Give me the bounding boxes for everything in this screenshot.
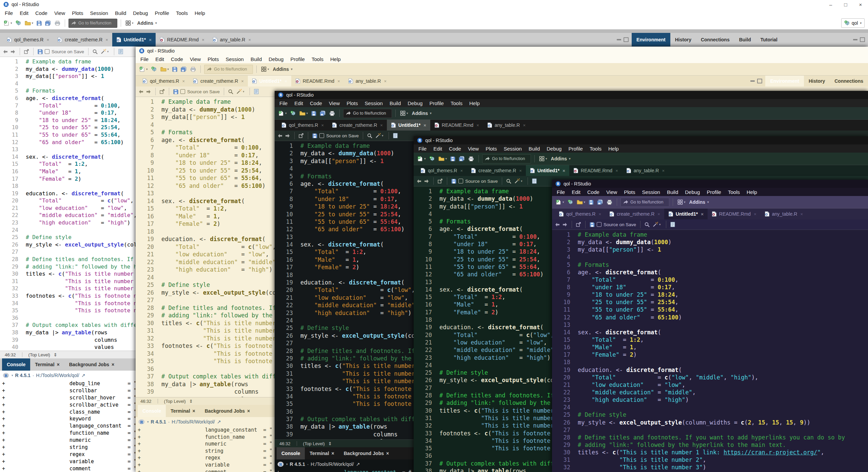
save-button[interactable] bbox=[36, 19, 43, 27]
forward-icon[interactable] bbox=[146, 90, 151, 94]
maximize-pane-icon[interactable] bbox=[624, 37, 629, 42]
close-icon[interactable]: × bbox=[248, 37, 251, 42]
save-all-button[interactable] bbox=[44, 19, 52, 27]
save-icon[interactable] bbox=[312, 133, 317, 138]
search-icon[interactable] bbox=[228, 89, 233, 94]
menu-code[interactable]: Code bbox=[584, 189, 603, 195]
open-file-button[interactable]: ▾ bbox=[24, 19, 35, 27]
close-icon[interactable]: × bbox=[598, 212, 601, 217]
new-file-button[interactable]: ▾ bbox=[416, 154, 427, 163]
close-icon[interactable]: × bbox=[519, 168, 522, 173]
menu-view[interactable]: View bbox=[186, 56, 204, 62]
console-tab-terminal[interactable]: Terminal× bbox=[30, 358, 64, 371]
console-tab-terminal[interactable]: Terminal× bbox=[305, 447, 339, 459]
back-icon[interactable] bbox=[138, 90, 144, 94]
pane-tab-history[interactable]: History bbox=[670, 33, 696, 46]
menu-view[interactable]: View bbox=[603, 189, 620, 195]
menu-file[interactable]: File bbox=[415, 146, 430, 152]
menu-profile[interactable]: Profile bbox=[565, 146, 586, 152]
goto-file-function-box[interactable]: Go to file/function bbox=[482, 154, 531, 163]
goto-file-function-box[interactable]: Go to file/function bbox=[343, 109, 392, 118]
new-project-button[interactable] bbox=[150, 65, 158, 74]
console-tab-console[interactable]: Console bbox=[138, 405, 166, 417]
menu-build[interactable]: Build bbox=[664, 189, 682, 195]
pane-tab-build[interactable]: Build bbox=[734, 33, 756, 46]
source-on-save-checkbox[interactable] bbox=[319, 133, 324, 138]
close-icon[interactable]: × bbox=[105, 37, 108, 42]
close-icon[interactable]: × bbox=[800, 212, 803, 217]
compile-notebook-icon[interactable] bbox=[254, 89, 259, 94]
menu-debug[interactable]: Debug bbox=[682, 189, 703, 195]
minimize-pane-icon[interactable] bbox=[617, 39, 621, 40]
close-icon[interactable]: × bbox=[615, 168, 618, 173]
menu-code[interactable]: Code bbox=[446, 146, 465, 152]
close-icon[interactable]: × bbox=[662, 168, 665, 173]
tab-qol-themes-r[interactable]: Rqol_themes.R× bbox=[555, 209, 605, 219]
tab-readme-rmd[interactable]: RREADME.Rmd× bbox=[291, 76, 344, 86]
pane-layout-button[interactable]: ▾ bbox=[399, 109, 409, 118]
close-icon[interactable]: × bbox=[149, 37, 152, 42]
close-icon[interactable]: × bbox=[46, 37, 49, 42]
addins-button[interactable]: Addins▾ bbox=[550, 156, 572, 161]
code-tools-button[interactable]: ▾ bbox=[513, 177, 524, 185]
menu-profile[interactable]: Profile bbox=[426, 100, 447, 106]
tab-qol-themes-r[interactable]: Rqol_themes.R× bbox=[277, 120, 328, 131]
save-button[interactable] bbox=[171, 65, 178, 74]
menu-edit[interactable]: Edit bbox=[152, 56, 167, 62]
open-file-button[interactable]: ▾ bbox=[159, 65, 170, 74]
forward-icon[interactable] bbox=[285, 134, 290, 138]
close-icon[interactable]: × bbox=[384, 79, 387, 84]
new-project-button[interactable] bbox=[428, 154, 436, 163]
tab-create-rstheme-r[interactable]: Rcreate_rstheme.R× bbox=[467, 165, 526, 176]
menu-session[interactable]: Session bbox=[222, 56, 247, 62]
new-project-button[interactable] bbox=[289, 109, 297, 118]
forward-icon[interactable] bbox=[10, 50, 16, 54]
menu-plots[interactable]: Plots bbox=[343, 100, 361, 106]
popout-icon[interactable] bbox=[299, 133, 304, 138]
menu-edit[interactable]: Edit bbox=[16, 10, 32, 16]
search-icon[interactable] bbox=[367, 133, 372, 138]
new-file-button[interactable]: ▾ bbox=[277, 109, 288, 118]
close-button[interactable]: × bbox=[853, 2, 868, 7]
tab-create-rstheme-r[interactable]: Rcreate_rstheme.R× bbox=[53, 33, 112, 46]
pane-tab-connections[interactable]: Connections bbox=[696, 33, 734, 46]
goto-file-function-box[interactable]: Go to file/function bbox=[620, 198, 669, 207]
menu-build[interactable]: Build bbox=[386, 100, 404, 106]
menu-profile[interactable]: Profile bbox=[287, 56, 308, 62]
r-version-menu-icon[interactable]: R bbox=[3, 373, 9, 378]
close-icon[interactable]: × bbox=[523, 123, 526, 128]
console-tab-console[interactable]: Console bbox=[277, 447, 305, 459]
close-icon[interactable]: × bbox=[337, 79, 340, 84]
goto-file-function-box[interactable]: Go to file/function bbox=[68, 19, 117, 28]
addins-button[interactable]: Addins▾ bbox=[411, 111, 433, 116]
tab-untitled1-[interactable]: RUntitled1*× bbox=[664, 209, 708, 219]
pane-layout-button[interactable]: ▾ bbox=[124, 19, 135, 27]
menu-profile[interactable]: Profile bbox=[703, 189, 725, 195]
maximize-pane-icon[interactable] bbox=[757, 79, 762, 83]
code-tools-button[interactable]: ▾ bbox=[235, 87, 245, 96]
code-tools-button[interactable]: ▾ bbox=[100, 47, 110, 56]
menu-build[interactable]: Build bbox=[525, 146, 543, 152]
close-icon[interactable]: × bbox=[476, 123, 479, 128]
tab-qol-themes-r[interactable]: Rqol_themes.R× bbox=[138, 76, 189, 86]
save-all-button[interactable] bbox=[596, 198, 604, 206]
addins-button[interactable]: Addins▾ bbox=[136, 20, 158, 26]
tab-readme-rmd[interactable]: RREADME.Rmd× bbox=[708, 209, 761, 219]
new-project-button[interactable] bbox=[567, 198, 574, 206]
menu-file[interactable]: File bbox=[553, 189, 568, 195]
tab-any-table-r[interactable]: Rany_table.R× bbox=[622, 165, 669, 176]
menu-file[interactable]: File bbox=[1, 10, 16, 16]
menu-build[interactable]: Build bbox=[247, 56, 265, 62]
source-on-save-checkbox[interactable] bbox=[45, 49, 50, 54]
menu-session[interactable]: Session bbox=[639, 189, 664, 195]
save-button[interactable] bbox=[588, 198, 595, 206]
menu-help[interactable]: Help bbox=[327, 56, 344, 62]
open-file-button[interactable]: ▾ bbox=[576, 198, 587, 206]
tab-untitled1-[interactable]: RUntitled1*× bbox=[387, 120, 430, 131]
menu-plots[interactable]: Plots bbox=[620, 189, 638, 195]
menu-file[interactable]: File bbox=[276, 100, 291, 106]
menu-build[interactable]: Build bbox=[112, 10, 130, 16]
scope-selector[interactable]: (Top Level) bbox=[164, 399, 186, 404]
print-button[interactable] bbox=[606, 198, 613, 206]
menu-profile[interactable]: Profile bbox=[151, 10, 173, 16]
